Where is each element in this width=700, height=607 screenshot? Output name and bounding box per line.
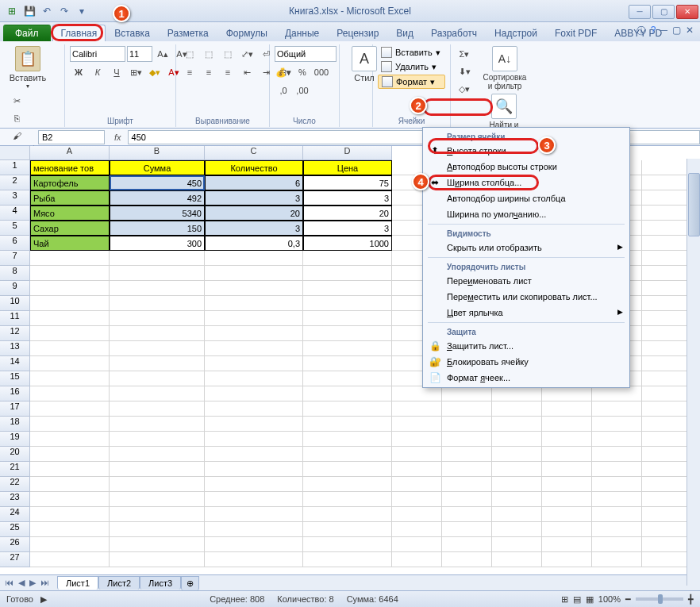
cell[interactable]	[303, 386, 392, 401]
row-header[interactable]: 26	[0, 537, 30, 552]
cell[interactable]	[110, 417, 205, 432]
fx-icon[interactable]: fx	[108, 133, 128, 142]
cell[interactable]	[30, 507, 110, 522]
dd-col-width[interactable]: ⬌Ширина столбца...	[425, 175, 628, 190]
cell[interactable]	[592, 386, 642, 401]
tab-file[interactable]: Файл	[3, 25, 51, 41]
cell[interactable]	[392, 386, 442, 401]
align-right-icon[interactable]: ≡	[219, 64, 237, 80]
cell[interactable]	[30, 311, 110, 326]
increase-decimal-icon[interactable]: ,0	[275, 83, 292, 98]
cell[interactable]	[442, 432, 492, 447]
cell[interactable]	[110, 401, 205, 417]
cell[interactable]: 5340	[110, 206, 205, 221]
cell[interactable]	[542, 401, 592, 417]
cell[interactable]	[205, 417, 303, 432]
cell[interactable]	[542, 552, 592, 567]
cell[interactable]	[392, 447, 442, 462]
tab-addins[interactable]: Надстрой	[486, 25, 546, 41]
cell[interactable]	[492, 386, 542, 401]
cell[interactable]	[542, 417, 592, 432]
cell[interactable]: 300	[110, 236, 205, 251]
cell[interactable]	[392, 401, 442, 417]
cell[interactable]	[110, 311, 205, 326]
cell[interactable]	[110, 462, 205, 477]
sheet-nav-prev-icon[interactable]: ◀	[17, 578, 26, 588]
cell[interactable]	[492, 537, 542, 552]
zoom-value[interactable]: 100%	[598, 594, 621, 604]
cell[interactable]	[110, 251, 205, 266]
help-icon[interactable]: ?	[651, 25, 656, 38]
dd-autofit-row[interactable]: Автоподбор высоты строки	[425, 159, 628, 175]
italic-button[interactable]: К	[89, 64, 106, 80]
cell[interactable]	[442, 477, 492, 492]
maximize-button[interactable]: ▢	[652, 5, 675, 19]
font-size-select[interactable]	[127, 46, 152, 62]
cell[interactable]	[442, 522, 492, 537]
cell[interactable]	[442, 417, 492, 432]
cell[interactable]	[110, 326, 205, 341]
row-header[interactable]: 20	[0, 447, 30, 462]
cell[interactable]	[30, 522, 110, 537]
cell[interactable]	[205, 401, 303, 417]
row-header[interactable]: 23	[0, 492, 30, 507]
cell[interactable]	[30, 447, 110, 462]
row-header[interactable]: 12	[0, 326, 30, 341]
cell[interactable]	[392, 432, 442, 447]
save-icon[interactable]: 💾	[22, 4, 37, 18]
cell[interactable]	[492, 477, 542, 492]
cell[interactable]	[642, 326, 692, 341]
cell[interactable]	[592, 417, 642, 432]
name-box[interactable]: B2	[38, 130, 105, 144]
row-header[interactable]: 13	[0, 341, 30, 356]
cell[interactable]	[205, 341, 303, 356]
cell[interactable]	[442, 386, 492, 401]
font-name-select[interactable]	[70, 46, 125, 62]
qat-more-icon[interactable]: ▾	[75, 4, 89, 18]
fill-icon[interactable]: ⬇▾	[456, 63, 473, 79]
cell[interactable]	[392, 417, 442, 432]
cell[interactable]	[592, 447, 642, 462]
cell[interactable]	[205, 492, 303, 507]
row-header[interactable]: 16	[0, 386, 30, 401]
cell[interactable]	[542, 537, 592, 552]
cell[interactable]	[30, 341, 110, 356]
cell[interactable]	[30, 386, 110, 401]
tab-view[interactable]: Вид	[387, 25, 422, 41]
new-sheet-button[interactable]: ⊕	[181, 576, 199, 590]
cell[interactable]	[642, 356, 692, 371]
cell[interactable]	[205, 251, 303, 266]
tab-formulas[interactable]: Формулы	[217, 25, 276, 41]
row-header[interactable]: 5	[0, 221, 30, 236]
cell[interactable]	[205, 447, 303, 462]
cell[interactable]	[110, 341, 205, 356]
cell[interactable]: 75	[303, 175, 392, 190]
tab-layout[interactable]: Разметка	[159, 25, 217, 41]
cell[interactable]	[642, 236, 692, 251]
cell[interactable]: 20	[303, 206, 392, 221]
zoom-slider[interactable]	[636, 597, 683, 601]
row-header[interactable]: 4	[0, 206, 30, 221]
cell[interactable]: 450	[110, 175, 205, 190]
cell[interactable]	[642, 522, 692, 537]
cell[interactable]	[110, 266, 205, 281]
cell[interactable]: 3	[205, 190, 303, 206]
dd-default-width[interactable]: Ширина по умолчанию...	[425, 206, 628, 222]
dd-autofit-col[interactable]: Автоподбор ширины столбца	[425, 190, 628, 206]
cell[interactable]	[205, 326, 303, 341]
cell[interactable]	[110, 356, 205, 371]
row-header[interactable]: 15	[0, 371, 30, 386]
row-header[interactable]: 22	[0, 477, 30, 492]
copy-icon[interactable]: ⎘	[8, 110, 25, 126]
cell[interactable]	[492, 447, 542, 462]
cell[interactable]	[205, 507, 303, 522]
cell[interactable]	[205, 281, 303, 296]
cell[interactable]	[592, 462, 642, 477]
clear-icon[interactable]: ◇▾	[456, 81, 473, 97]
cell[interactable]: 3	[303, 221, 392, 236]
align-left-icon[interactable]: ≡	[181, 64, 198, 80]
cell[interactable]	[205, 371, 303, 386]
cell[interactable]	[442, 492, 492, 507]
cell[interactable]	[205, 462, 303, 477]
dd-protect-sheet[interactable]: 🔒Защитить лист...	[425, 338, 628, 354]
